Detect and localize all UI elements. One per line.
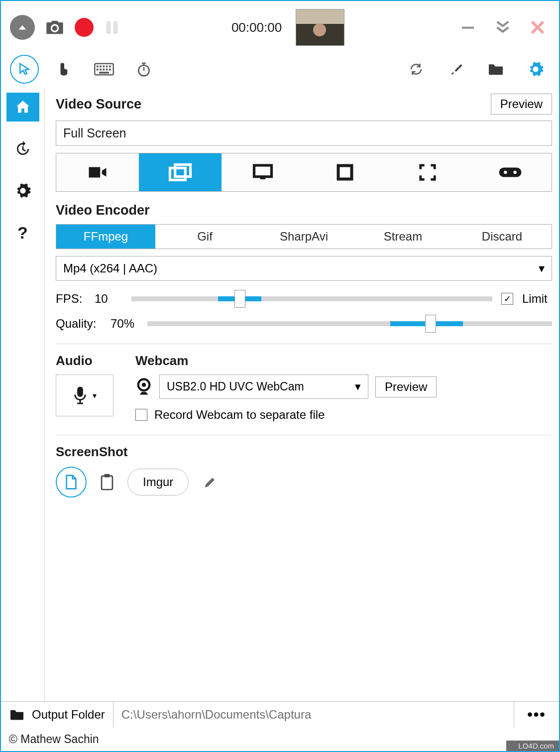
record-button[interactable] — [75, 18, 94, 37]
encoder-tab-stream[interactable]: Stream — [353, 225, 452, 249]
encoder-tab-ffmpeg[interactable]: FFmpeg — [56, 225, 155, 249]
separate-file-checkbox[interactable] — [135, 409, 147, 421]
second-toolbar — [1, 50, 559, 89]
svg-rect-9 — [97, 69, 99, 71]
sidebar-history[interactable] — [6, 134, 39, 163]
source-tabs — [56, 153, 552, 192]
history-icon — [15, 141, 31, 157]
refresh-button[interactable] — [402, 55, 431, 84]
screenshot-clipboard-button[interactable] — [100, 473, 114, 491]
svg-rect-14 — [99, 72, 109, 74]
source-tab-game[interactable] — [469, 153, 552, 191]
screenshot-title: ScreenShot — [56, 444, 552, 460]
svg-point-25 — [513, 171, 516, 174]
quality-row: Quality: 70% — [56, 317, 552, 331]
home-icon — [14, 99, 31, 116]
question-icon: ? — [17, 223, 28, 243]
timer-tool[interactable] — [129, 55, 158, 84]
source-tab-region[interactable] — [386, 153, 469, 191]
video-source-title: Video Source — [56, 97, 141, 112]
monitor-icon — [252, 163, 273, 181]
svg-point-28 — [142, 382, 146, 387]
svg-rect-10 — [100, 69, 102, 71]
encoder-tab-sharpavi[interactable]: SharpAvi — [254, 225, 353, 249]
camera-button[interactable] — [45, 19, 65, 36]
svg-rect-19 — [170, 168, 185, 180]
quality-label: Quality: — [56, 317, 102, 331]
svg-rect-1 — [113, 21, 118, 34]
screenshot-imgur-button[interactable]: Imgur — [127, 469, 189, 496]
screens-icon — [168, 162, 192, 182]
quality-slider[interactable] — [147, 321, 552, 326]
svg-rect-0 — [107, 21, 111, 34]
chevron-down-icon: ▾ — [539, 261, 545, 275]
webcam-preview-button[interactable]: Preview — [375, 376, 437, 397]
source-tab-screens[interactable] — [139, 153, 222, 191]
cursor-icon — [17, 62, 32, 77]
output-folder-label: Output Folder — [32, 708, 105, 722]
pause-button[interactable] — [104, 17, 120, 37]
webcam-section: Webcam USB2.0 HD UVC WebCam ▾ Preview Re… — [135, 353, 552, 422]
square-icon — [336, 163, 354, 181]
svg-rect-8 — [109, 66, 111, 68]
brush-button[interactable] — [442, 55, 470, 84]
source-tab-camera[interactable] — [56, 153, 139, 191]
webcam-device-value: USB2.0 HD UVC WebCam — [167, 380, 304, 393]
codec-dropdown[interactable]: Mp4 (x264 | AAC) ▾ — [56, 256, 552, 281]
svg-rect-23 — [338, 166, 352, 179]
settings-button[interactable] — [521, 55, 550, 84]
preview-button[interactable]: Preview — [491, 94, 552, 115]
file-icon — [64, 474, 78, 490]
collapse-button[interactable] — [10, 15, 35, 40]
pause-icon — [104, 17, 120, 37]
svg-rect-21 — [254, 165, 271, 177]
video-encoder-title: Video Encoder — [56, 203, 552, 218]
cursor-tool[interactable] — [10, 55, 39, 84]
output-folder-section[interactable]: Output Folder — [1, 702, 113, 728]
fps-value: 10 — [95, 292, 122, 306]
output-path[interactable]: C:\Users\ahorn\Documents\Captura — [113, 702, 514, 728]
svg-rect-29 — [102, 476, 112, 490]
separate-file-label: Record Webcam to separate file — [154, 408, 325, 422]
folder-button[interactable] — [481, 55, 510, 84]
pencil-icon — [202, 476, 215, 489]
stopwatch-icon — [136, 61, 152, 77]
sidebar-settings[interactable] — [6, 176, 39, 205]
svg-rect-13 — [109, 69, 111, 71]
limit-checkbox[interactable]: ✓ — [501, 293, 513, 305]
sidebar-help[interactable]: ? — [6, 218, 39, 247]
browse-button[interactable]: ••• — [514, 706, 559, 723]
separator — [56, 344, 552, 344]
screenshot-row: Imgur — [56, 467, 552, 498]
close-button[interactable] — [525, 17, 550, 37]
triangle-up-icon — [17, 22, 28, 33]
encoder-tab-gif[interactable]: Gif — [155, 225, 254, 249]
screenshot-file-button[interactable] — [56, 467, 87, 498]
sidebar-home[interactable] — [6, 93, 39, 122]
webcam-device-dropdown[interactable]: USB2.0 HD UVC WebCam ▾ — [159, 375, 368, 399]
svg-rect-4 — [97, 66, 99, 68]
tray-button[interactable] — [490, 17, 515, 37]
minimize-button[interactable] — [455, 17, 480, 37]
screenshot-edit-button[interactable] — [202, 476, 215, 489]
svg-rect-30 — [105, 474, 110, 478]
webcam-preview-thumb[interactable] — [296, 9, 344, 46]
click-tool[interactable] — [50, 55, 79, 84]
encoder-tab-discard[interactable]: Discard — [452, 225, 552, 249]
camera-icon — [45, 19, 65, 36]
keyboard-tool[interactable] — [90, 55, 118, 84]
audio-title: Audio — [56, 353, 113, 369]
keyboard-icon — [94, 63, 114, 76]
folder-icon — [487, 62, 504, 76]
chevron-down-icon: ▾ — [355, 380, 361, 393]
fps-slider[interactable] — [131, 296, 492, 301]
hand-icon — [57, 61, 72, 78]
source-tab-monitor[interactable] — [222, 153, 304, 191]
video-source-input[interactable] — [56, 121, 552, 146]
gamepad-icon — [498, 165, 522, 179]
svg-rect-12 — [106, 69, 108, 71]
brush-icon — [448, 62, 463, 77]
audio-toggle[interactable]: ▾ — [56, 375, 113, 416]
svg-rect-2 — [462, 27, 474, 29]
source-tab-window[interactable] — [304, 153, 386, 191]
